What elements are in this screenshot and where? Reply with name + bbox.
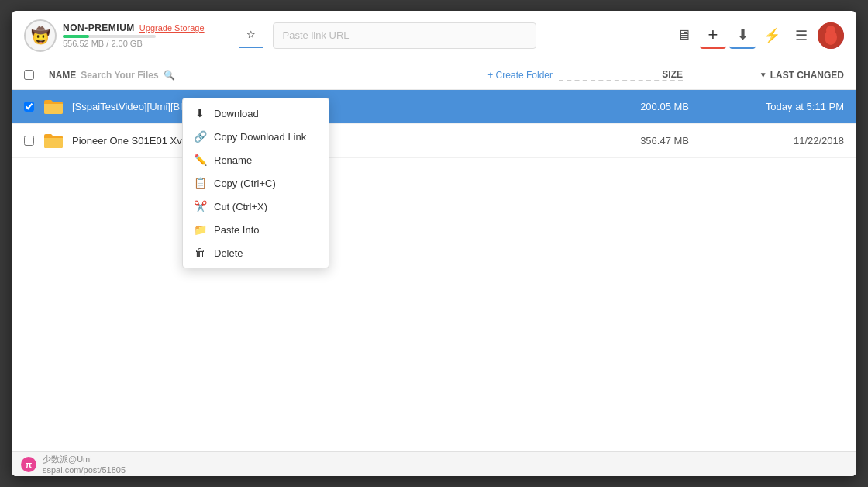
context-menu-delete[interactable]: 🗑 Delete xyxy=(183,241,329,264)
logo-icon: 🤠 xyxy=(24,19,57,52)
footer-username: 少数派@Umi xyxy=(43,454,126,465)
menu-icon: ☰ xyxy=(795,27,808,44)
footer-info: 少数派@Umi sspai.com/post/51805 xyxy=(43,454,126,475)
rename-label: Rename xyxy=(214,154,252,166)
download-icon: ⬇ xyxy=(737,26,749,43)
file-size: 356.47 MB xyxy=(565,135,689,147)
monitor-button[interactable]: 🖥 xyxy=(670,22,697,49)
header: 🤠 NON-PREMIUM Upgrade Storage 556.52 MB … xyxy=(12,11,856,60)
rename-menu-icon: ✏️ xyxy=(194,154,206,166)
footer-logo: π xyxy=(21,457,36,472)
footer-url: sspai.com/post/51805 xyxy=(43,465,126,475)
toolbar: NAME Search Your Files 🔍 + Create Folder… xyxy=(12,60,856,90)
size-column-header[interactable]: SIZE xyxy=(559,69,683,81)
paste-link-input[interactable]: Paste link URL xyxy=(273,22,536,49)
file-date: 11/22/2018 xyxy=(689,135,844,147)
monitor-icon: 🖥 xyxy=(677,27,691,43)
context-menu-download[interactable]: ⬇ Download xyxy=(183,102,329,125)
avatar[interactable] xyxy=(818,22,844,49)
row-checkbox[interactable] xyxy=(24,136,43,146)
storage-text: 556.52 MB / 2.00 GB xyxy=(63,39,205,48)
context-menu-rename[interactable]: ✏️ Rename xyxy=(183,148,329,171)
storage-bar-fill xyxy=(63,35,89,38)
footer: π 少数派@Umi sspai.com/post/51805 xyxy=(12,451,856,476)
file-date: Today at 5:11 PM xyxy=(689,101,844,112)
storage-bar xyxy=(63,35,156,38)
context-menu-paste-into[interactable]: 📁 Paste Into xyxy=(183,218,329,241)
context-menu: ⬇ Download 🔗 Copy Download Link ✏️ Renam… xyxy=(182,98,329,268)
copy-link-label: Copy Download Link xyxy=(214,131,306,143)
download-label: Download xyxy=(214,108,259,119)
context-menu-copy-link[interactable]: 🔗 Copy Download Link xyxy=(183,125,329,148)
app-window: 🤠 NON-PREMIUM Upgrade Storage 556.52 MB … xyxy=(12,11,856,476)
paste-menu-icon: 📁 xyxy=(194,223,206,236)
cut-label: Cut (Ctrl+X) xyxy=(214,201,267,212)
file-list: [SspaiTestVideo][Umi][BlueRay][未删减] 200.… xyxy=(12,90,856,451)
table-row[interactable]: Pioneer One S01E01 Xvid-VODO 356.47 MB 1… xyxy=(12,124,856,158)
header-actions: 🖥 + ⬇ ⚡ ☰ xyxy=(670,22,844,49)
row-checkbox[interactable] xyxy=(24,102,43,112)
plan-label: NON-PREMIUM xyxy=(63,22,135,33)
upgrade-link[interactable]: Upgrade Storage xyxy=(140,23,205,33)
lightning-icon: ⚡ xyxy=(763,27,780,44)
star-icon: ☆ xyxy=(246,29,256,40)
menu-button[interactable]: ☰ xyxy=(788,22,815,49)
account-plan: NON-PREMIUM Upgrade Storage xyxy=(63,22,205,33)
download-menu-icon: ⬇ xyxy=(194,107,206,119)
download-button[interactable]: ⬇ xyxy=(729,22,756,49)
folder-icon xyxy=(43,133,64,150)
search-icon[interactable]: 🔍 xyxy=(164,70,175,81)
file-size: 200.05 MB xyxy=(565,101,689,112)
table-row[interactable]: [SspaiTestVideo][Umi][BlueRay][未删减] 200.… xyxy=(12,90,856,124)
plus-icon: + xyxy=(708,25,718,45)
context-menu-cut[interactable]: ✂️ Cut (Ctrl+X) xyxy=(183,195,329,218)
account-info: NON-PREMIUM Upgrade Storage 556.52 MB / … xyxy=(63,22,205,48)
cut-menu-icon: ✂️ xyxy=(194,200,206,212)
sort-arrow-icon: ▼ xyxy=(760,71,767,79)
svg-point-2 xyxy=(826,26,835,35)
delete-label: Delete xyxy=(214,247,243,259)
delete-menu-icon: 🗑 xyxy=(194,247,206,259)
add-button[interactable]: + xyxy=(700,22,726,49)
copy-menu-icon: 📋 xyxy=(194,177,206,189)
changed-column-header[interactable]: ▼ LAST CHANGED xyxy=(689,70,844,81)
name-column-header: NAME Search Your Files 🔍 xyxy=(49,70,481,81)
folder-icon xyxy=(43,98,64,116)
paste-into-label: Paste Into xyxy=(214,224,260,236)
search-files-input[interactable]: Search Your Files xyxy=(81,70,158,81)
copy-label: Copy (Ctrl+C) xyxy=(214,178,276,189)
link-menu-icon: 🔗 xyxy=(194,130,206,143)
lightning-button[interactable]: ⚡ xyxy=(759,22,785,49)
star-button[interactable]: ☆ xyxy=(239,23,264,48)
create-folder-button[interactable]: + Create Folder xyxy=(487,70,553,81)
context-menu-copy[interactable]: 📋 Copy (Ctrl+C) xyxy=(183,171,329,195)
logo-area: 🤠 NON-PREMIUM Upgrade Storage 556.52 MB … xyxy=(24,19,205,52)
select-all-checkbox[interactable] xyxy=(24,70,43,80)
